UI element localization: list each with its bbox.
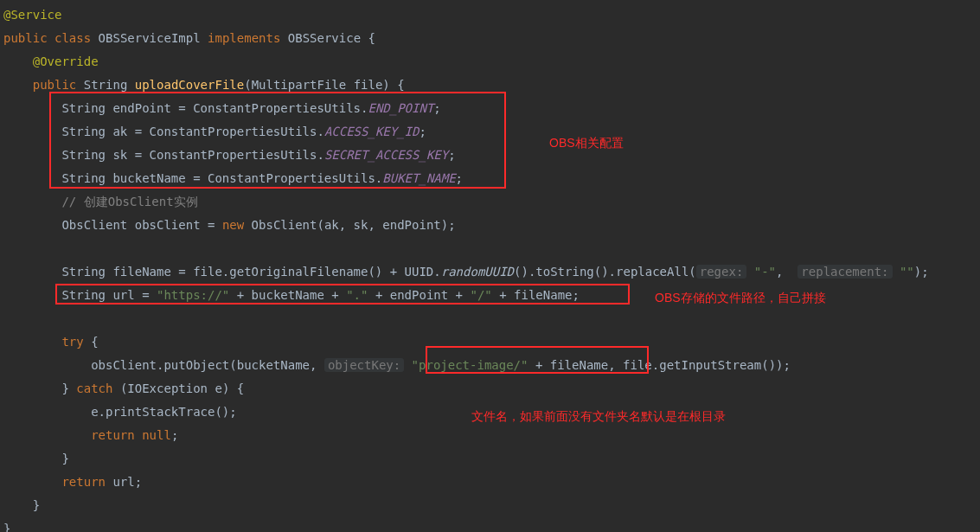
code-line: // 创建ObsClient实例	[3, 195, 198, 208]
comment: // 创建ObsClient实例	[61, 195, 197, 208]
highlight-box-url	[55, 284, 630, 304]
code-line: try {	[3, 335, 99, 349]
code-line: e.printStackTrace();	[3, 405, 237, 419]
highlight-box-objectkey	[426, 346, 649, 374]
param-hint-replacement: replacement:	[797, 265, 892, 279]
code-line: @Service	[3, 8, 61, 22]
code-line: } catch (IOException e) {	[3, 381, 244, 395]
code-line	[3, 311, 10, 325]
code-line: return url;	[3, 475, 142, 489]
code-line: ObsClient obsClient = new ObsClient(ak, …	[3, 218, 456, 232]
code-line: }	[3, 522, 10, 532]
code-line: public class OBSServiceImpl implements O…	[3, 31, 375, 45]
annotation-label-config: OBS相关配置	[549, 131, 624, 155]
code-line: return null;	[3, 428, 178, 442]
code-line	[3, 241, 10, 255]
code-editor[interactable]: @Service public class OBSServiceImpl imp…	[3, 3, 980, 532]
code-line: obsClient.putObject(bucketName, objectKe…	[3, 358, 791, 372]
code-line: public String uploadCoverFile(MultipartF…	[3, 78, 405, 92]
code-line: String fileName = file.getOriginalFilena…	[3, 265, 929, 279]
code-line: @Override	[3, 54, 99, 68]
code-line: }	[3, 498, 40, 512]
method-name: uploadCoverFile	[135, 78, 244, 92]
highlight-box-config	[49, 92, 506, 189]
annotation-override: @Override	[33, 54, 99, 68]
param-hint-objectkey: objectKey:	[324, 358, 404, 372]
annotation-service: @Service	[3, 8, 61, 22]
annotation-label-filename: 文件名，如果前面没有文件夹名默认是在根目录	[471, 405, 726, 428]
annotation-label-url: OBS存储的文件路径，自己拼接	[655, 286, 826, 310]
param-hint-regex: regex:	[696, 265, 747, 279]
code-line: }	[3, 452, 69, 465]
